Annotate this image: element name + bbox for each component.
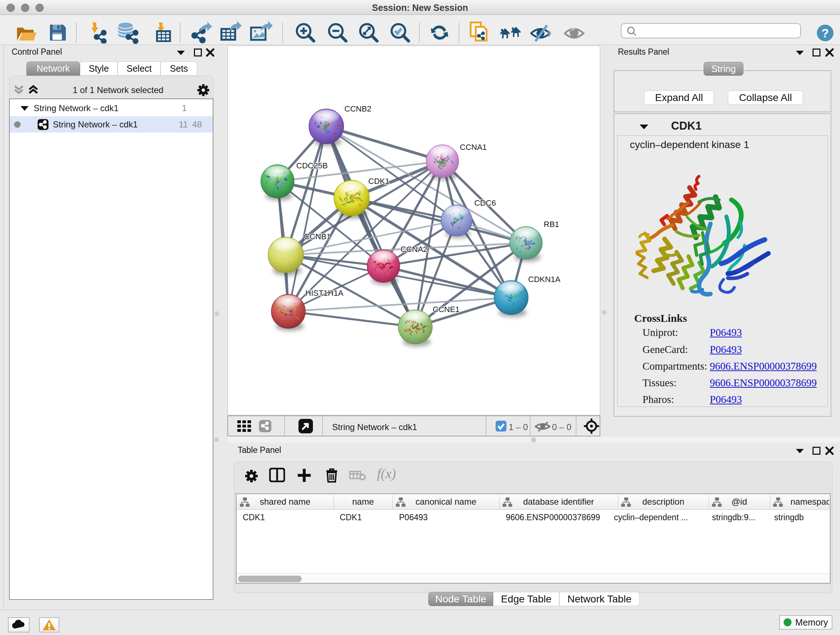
svg-text:CDKN1A: CDKN1A — [528, 275, 561, 284]
svg-text:CCNA2: CCNA2 — [401, 245, 428, 254]
svg-text:CCNA1: CCNA1 — [460, 143, 487, 152]
svg-text:CDC6: CDC6 — [474, 198, 496, 207]
svg-text:CCNE1: CCNE1 — [433, 305, 460, 314]
svg-text:CCNB2: CCNB2 — [344, 104, 371, 113]
svg-text:RB1: RB1 — [544, 220, 559, 229]
svg-text:CDC25B: CDC25B — [296, 161, 328, 170]
svg-text:CCNB1: CCNB1 — [304, 232, 331, 241]
svg-text:HIST1H1A: HIST1H1A — [305, 288, 343, 298]
svg-text:CDK1: CDK1 — [368, 177, 390, 186]
